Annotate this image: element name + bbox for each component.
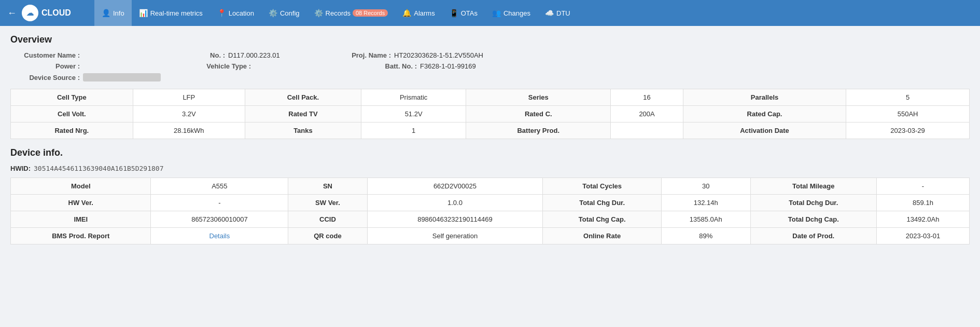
alarms-icon: 🔔 xyxy=(402,9,411,17)
vehicle-type-label: Vehicle Type : xyxy=(187,62,254,70)
sw-ver-value: 1.0.0 xyxy=(367,195,543,211)
info-icon: 👤 xyxy=(102,9,110,17)
nav-item-config[interactable]: ⚙️ Config xyxy=(261,0,307,26)
cell-pack-label: Cell Pack. xyxy=(245,89,361,106)
model-value: A555 xyxy=(151,178,288,195)
cell-pack-value: Prismatic xyxy=(361,89,466,106)
total-cycles-value: 30 xyxy=(661,178,750,195)
customer-name-label: Customer Name : xyxy=(10,51,83,59)
hwid-label: HWID: xyxy=(10,165,31,172)
records-badge: 08 Records xyxy=(353,9,388,17)
imei-value: 865723060010007 xyxy=(151,211,288,228)
model-label: Model xyxy=(11,178,151,195)
nav-item-config-label: Config xyxy=(280,9,300,17)
changes-icon: 👥 xyxy=(492,9,501,17)
overview-table: Cell Type LFP Cell Pack. Prismatic Serie… xyxy=(10,89,970,139)
overview-row-3: Device Source : xyxy=(10,73,970,81)
nav-item-otas-label: OTAs xyxy=(461,9,478,17)
rated-tv-label: Rated TV xyxy=(245,106,361,122)
bms-prod-value[interactable]: Details xyxy=(151,228,288,244)
table-row: Rated Nrg. 28.16kWh Tanks 1 Battery Prod… xyxy=(11,122,970,139)
back-button[interactable]: ← xyxy=(5,8,19,19)
online-rate-value: 89% xyxy=(661,228,750,244)
total-dchg-dur-value: 859.1h xyxy=(876,195,969,211)
nav-item-info[interactable]: 👤 Info xyxy=(94,0,132,26)
total-chg-cap-label: Total Chg Cap. xyxy=(543,211,662,228)
logo-text: CLOUD xyxy=(41,8,71,18)
cell-type-value: LFP xyxy=(133,89,245,106)
sn-value: 662D2V00025 xyxy=(367,178,543,195)
total-dchg-cap-value: 13492.0Ah xyxy=(876,211,969,228)
realtime-icon: 📊 xyxy=(139,9,148,17)
total-mileage-label: Total Mileage xyxy=(750,178,876,195)
no-value: D117.000.223.01 xyxy=(228,51,332,59)
nav-item-dtu[interactable]: ☁️ DTU xyxy=(538,0,578,26)
proj-name-label: Proj. Name : xyxy=(332,51,394,59)
rated-cap-value: 550AH xyxy=(846,106,970,122)
series-label: Series xyxy=(466,89,611,106)
sn-label: SN xyxy=(288,178,367,195)
table-row: IMEI 865723060010007 CCID 89860463232190… xyxy=(11,211,970,228)
device-info-title: Device info. xyxy=(10,147,970,158)
total-chg-dur-value: 132.14h xyxy=(661,195,750,211)
table-row: Cell Type LFP Cell Pack. Prismatic Serie… xyxy=(11,89,970,106)
qr-code-label: QR code xyxy=(288,228,367,244)
nav-item-alarms[interactable]: 🔔 Alarms xyxy=(395,0,442,26)
qr-code-value: Self generation xyxy=(367,228,543,244)
logo-icon: ☁ xyxy=(22,5,38,21)
rated-c-value: 200A xyxy=(611,106,683,122)
total-mileage-value: - xyxy=(876,178,969,195)
dtu-icon: ☁️ xyxy=(545,9,554,17)
batt-no-label: Batt. No. : xyxy=(358,62,420,70)
sw-ver-label: SW Ver. xyxy=(288,195,367,211)
total-chg-cap-value: 13585.0Ah xyxy=(661,211,750,228)
customer-name-value xyxy=(83,51,187,59)
details-link[interactable]: Details xyxy=(209,232,230,240)
hwid-value: 30514A4546113639040A161B5D291807 xyxy=(34,165,163,172)
series-value: 16 xyxy=(611,89,683,106)
cell-volt-value: 3.2V xyxy=(133,106,245,122)
activation-date-label: Activation Date xyxy=(683,122,846,139)
nav-item-dtu-label: DTU xyxy=(556,9,570,17)
overview-info-rows: Customer Name : No. : D117.000.223.01 Pr… xyxy=(10,51,970,81)
total-chg-dur-label: Total Chg Dur. xyxy=(543,195,662,211)
records-icon: ⚙️ xyxy=(314,9,323,17)
nav-item-otas[interactable]: 📱 OTAs xyxy=(442,0,485,26)
nav-item-changes[interactable]: 👥 Changes xyxy=(485,0,538,26)
parallels-value: 5 xyxy=(846,89,970,106)
rated-nrg-value: 28.16kWh xyxy=(133,122,245,139)
nav-item-location[interactable]: 📍 Location xyxy=(210,0,261,26)
ccid-value: 89860463232190114469 xyxy=(367,211,543,228)
no-label: No. : xyxy=(187,51,228,59)
otas-icon: 📱 xyxy=(450,9,458,17)
nav-item-changes-label: Changes xyxy=(503,9,530,17)
activation-date-value: 2023-03-29 xyxy=(846,122,970,139)
hwid-row: HWID: 30514A4546113639040A161B5D291807 xyxy=(10,165,970,172)
parallels-label: Parallels xyxy=(683,89,846,106)
nav-item-realtime[interactable]: 📊 Real-time metrics xyxy=(132,0,210,26)
hw-ver-value: - xyxy=(151,195,288,211)
nav-item-realtime-label: Real-time metrics xyxy=(150,9,203,17)
ccid-label: CCID xyxy=(288,211,367,228)
table-row: BMS Prod. Report Details QR code Self ge… xyxy=(11,228,970,244)
rated-tv-value: 51.2V xyxy=(361,106,466,122)
date-of-prod-label: Date of Prod. xyxy=(750,228,876,244)
logo: ☁ CLOUD xyxy=(22,5,89,21)
cell-volt-label: Cell Volt. xyxy=(11,106,133,122)
table-row: Model A555 SN 662D2V00025 Total Cycles 3… xyxy=(11,178,970,195)
rated-cap-label: Rated Cap. xyxy=(683,106,846,122)
main-content: Overview Customer Name : No. : D117.000.… xyxy=(0,26,980,327)
table-row: Cell Volt. 3.2V Rated TV 51.2V Rated C. … xyxy=(11,106,970,122)
power-value xyxy=(83,62,187,70)
online-rate-label: Online Rate xyxy=(543,228,662,244)
batt-no-value: F3628-1-01-99169 xyxy=(420,62,524,70)
overview-title: Overview xyxy=(10,34,970,45)
date-of-prod-value: 2023-03-01 xyxy=(876,228,969,244)
nav-item-records[interactable]: ⚙️ Records 08 Records xyxy=(307,0,396,26)
table-row: HW Ver. - SW Ver. 1.0.0 Total Chg Dur. 1… xyxy=(11,195,970,211)
battery-prod-label: Battery Prod. xyxy=(466,122,611,139)
total-cycles-label: Total Cycles xyxy=(543,178,662,195)
vehicle-type-value xyxy=(254,62,358,70)
device-source-value xyxy=(83,73,161,81)
nav-item-records-label: Records xyxy=(326,9,351,17)
